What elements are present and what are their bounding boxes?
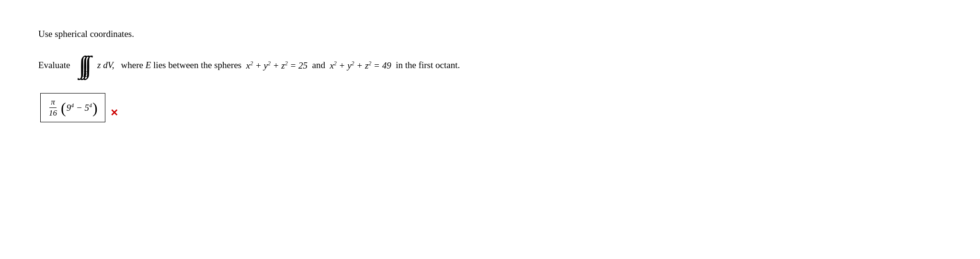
close-paren: ) <box>92 100 98 116</box>
where-text: where <box>121 60 143 71</box>
base2: 54 <box>84 102 92 113</box>
evaluate-line: Evaluate ∫∫∫E z dV, where E lies between… <box>38 53 942 78</box>
integral-wrapper: ∫∫∫E <box>79 53 94 78</box>
lies-text: lies between the spheres <box>153 60 241 71</box>
integrand: z dV, <box>97 60 114 71</box>
answer-row: π 16 ( 94 − 54 ) ✕ <box>38 93 942 132</box>
answer-expression: ( 94 − 54 ) <box>60 100 98 116</box>
answer-fraction: π 16 <box>47 97 58 118</box>
sphere1-expr: x2 + y2 + z2 = 25 <box>244 60 310 71</box>
octant-text: in the first octant. <box>393 60 460 71</box>
sphere2-expr: x2 + y2 + z2 = 49 <box>330 60 393 71</box>
integral-subscript: E <box>83 70 88 79</box>
answer-box: π 16 ( 94 − 54 ) <box>40 93 105 122</box>
evaluate-label: Evaluate <box>38 60 70 71</box>
cross-icon[interactable]: ✕ <box>110 107 118 118</box>
base1: 94 <box>67 102 74 113</box>
frac-denominator: 16 <box>47 108 58 118</box>
minus-sign: − <box>74 103 84 113</box>
e-variable: E <box>146 60 153 71</box>
page-container: Use spherical coordinates. Evaluate ∫∫∫E… <box>19 14 961 259</box>
problem-text: where E lies between the spheres x2 + y2… <box>121 59 460 71</box>
open-paren: ( <box>61 100 66 116</box>
frac-numerator: π <box>49 97 57 108</box>
instruction-text: Use spherical coordinates. <box>38 29 134 39</box>
instruction-line: Use spherical coordinates. <box>38 29 942 39</box>
and-text: and <box>310 60 328 71</box>
